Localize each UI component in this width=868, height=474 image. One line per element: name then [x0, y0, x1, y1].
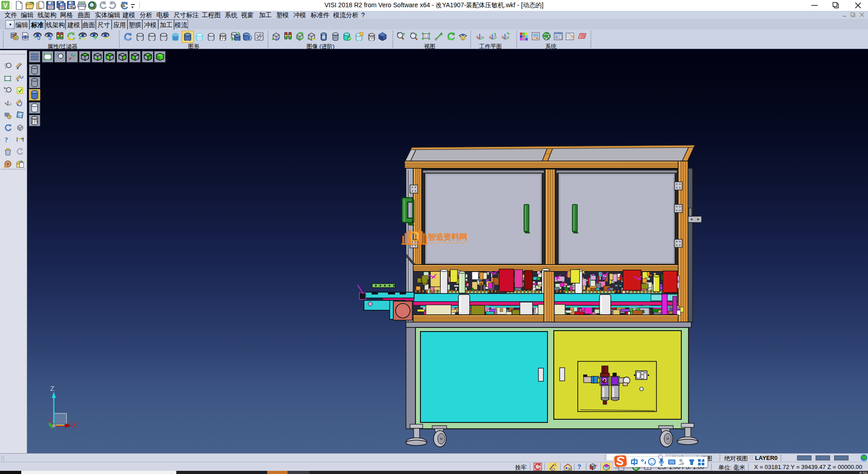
svg-text:1:1: 1:1	[424, 35, 429, 38]
svg-text:智造资料网: 智造资料网	[427, 232, 467, 242]
svg-text:+: +	[34, 34, 37, 40]
svg-text:+: +	[307, 36, 310, 41]
svg-text:+: +	[397, 32, 399, 35]
svg-text:Z: Z	[50, 384, 54, 392]
svg-text:3D: 3D	[568, 467, 572, 470]
svg-text:V: V	[3, 2, 8, 9]
svg-text:+: +	[79, 36, 81, 40]
svg-text:?: ?	[5, 136, 8, 143]
svg-text:+: +	[272, 36, 274, 41]
svg-text:INTELLIGENT MANUFACTURING DATA: INTELLIGENT MANUFACTURING DATA	[428, 242, 468, 244]
svg-text:−: −	[45, 34, 48, 40]
